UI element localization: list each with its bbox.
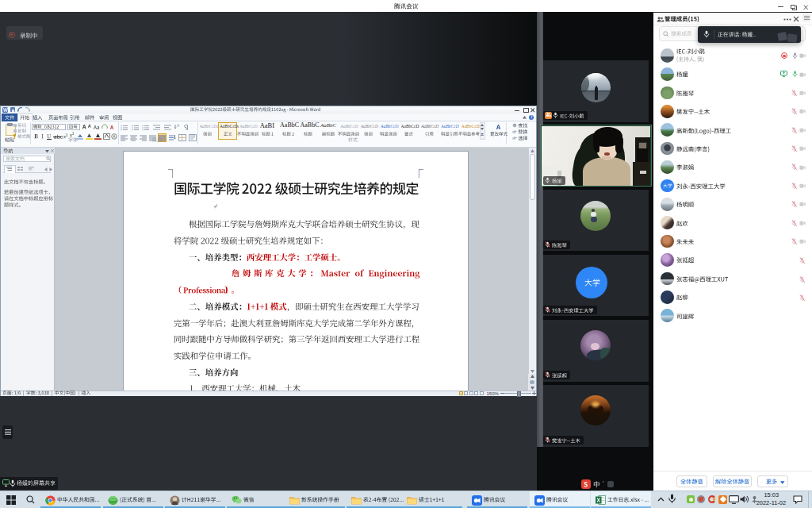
svg-text:A: A xyxy=(177,124,179,128)
svg-text:A: A xyxy=(113,134,116,139)
